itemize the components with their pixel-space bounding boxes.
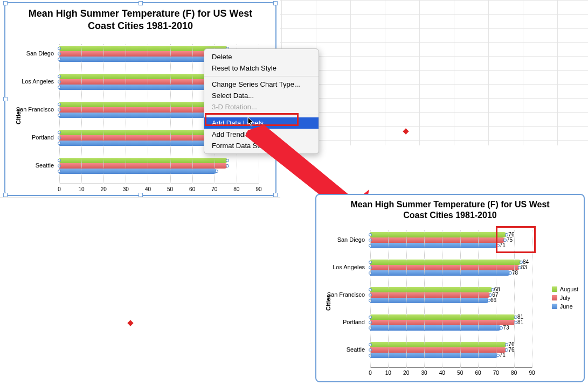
category-label: Seattle	[8, 162, 54, 169]
x-tick: 40	[439, 370, 445, 376]
data-label: 81	[516, 319, 523, 325]
bar-july[interactable]: 81	[370, 320, 516, 325]
data-label: 75	[505, 237, 513, 243]
category-label: San Diego	[8, 50, 54, 57]
menu-item-delete[interactable]: Delete	[204, 51, 319, 62]
legend-item-august[interactable]: August	[552, 286, 578, 292]
menu-item-add-trendline[interactable]: Add Trendline...	[204, 129, 319, 140]
x-tick: 60	[189, 186, 195, 192]
x-axis: 0102030405060708090	[59, 184, 259, 193]
x-tick: 50	[457, 370, 463, 376]
bar-july[interactable]: 83	[370, 265, 520, 270]
x-tick: 10	[385, 370, 391, 376]
category-label: Portland	[8, 134, 54, 141]
category-label: Los Angeles	[8, 78, 54, 85]
x-tick: 0	[369, 370, 372, 376]
bar-june[interactable]	[59, 141, 221, 146]
menu-item-reset-to-match-style[interactable]: Reset to Match Style	[204, 62, 319, 74]
bar-august[interactable]	[59, 46, 227, 51]
category-label: Seattle	[319, 346, 365, 353]
bar-august[interactable]	[59, 158, 227, 163]
category-label: Portland	[319, 319, 365, 325]
data-label: 76	[507, 347, 514, 353]
x-tick: 30	[421, 370, 427, 376]
chart-title: Mean High Summer Temperature (F) for US …	[316, 195, 584, 221]
category-label: Los Angeles	[319, 264, 365, 270]
bar-july[interactable]	[59, 51, 225, 57]
context-menu[interactable]: DeleteReset to Match StyleChange Series …	[204, 48, 319, 154]
bar-august[interactable]: 76	[370, 232, 507, 237]
x-tick: 50	[167, 186, 173, 192]
x-tick: 90	[255, 186, 261, 192]
data-label: 66	[489, 297, 496, 303]
data-label: 73	[501, 325, 509, 331]
bar-june[interactable]	[59, 57, 217, 62]
data-label: 83	[520, 264, 527, 270]
chart-right[interactable]: Mean High Summer Temperature (F) for US …	[315, 194, 585, 382]
data-label: 71	[498, 352, 506, 358]
bar-june[interactable]: 71	[370, 243, 498, 248]
x-tick: 60	[475, 370, 481, 376]
legend-label: June	[560, 303, 573, 310]
legend-label: July	[560, 295, 571, 301]
legend[interactable]: AugustJulyJune	[552, 284, 578, 312]
menu-item-change-series-chart-type[interactable]: Change Series Chart Type...	[204, 79, 319, 90]
bar-august[interactable]: 76	[370, 342, 507, 347]
plot-area[interactable]: San Diego767571Los Angeles848378San Fran…	[370, 227, 532, 365]
bar-june[interactable]: 78	[370, 270, 510, 276]
menu-item-3-d-rotation: 3-D Rotation...	[204, 101, 319, 113]
x-tick: 20	[403, 370, 409, 376]
legend-item-june[interactable]: June	[552, 303, 578, 310]
category-label: San Diego	[319, 236, 365, 243]
bar-june[interactable]	[59, 169, 217, 174]
x-tick: 80	[233, 186, 239, 192]
x-tick: 0	[58, 186, 61, 192]
x-tick: 10	[79, 186, 85, 192]
x-tick: 20	[101, 186, 107, 192]
bar-august[interactable]: 81	[370, 314, 516, 320]
menu-item-add-data-labels[interactable]: Add Data Labels	[204, 117, 319, 129]
chart-title: Mean High Summer Temperature (F) for US …	[5, 3, 275, 32]
bar-june[interactable]: 71	[370, 353, 498, 358]
x-axis: 0102030405060708090	[370, 367, 532, 377]
x-tick: 70	[211, 186, 217, 192]
legend-label: August	[560, 286, 578, 292]
bar-july[interactable]: 76	[370, 347, 507, 353]
legend-item-july[interactable]: July	[552, 295, 578, 301]
x-tick: 30	[123, 186, 129, 192]
menu-item-format-data-series[interactable]: Format Data Series...	[204, 140, 319, 151]
x-tick: 90	[529, 370, 535, 376]
x-tick: 70	[493, 370, 499, 376]
menu-item-select-data[interactable]: Select Data...	[204, 90, 319, 101]
category-label: San Francisco	[8, 106, 54, 113]
x-tick: 40	[145, 186, 151, 192]
x-tick: 80	[511, 370, 517, 376]
category-label: San Francisco	[319, 291, 365, 298]
bar-july[interactable]: 75	[370, 237, 505, 243]
bar-july[interactable]	[59, 163, 227, 169]
bar-august[interactable]: 84	[370, 260, 521, 265]
bar-june[interactable]: 73	[370, 325, 501, 331]
data-label: 71	[498, 242, 506, 248]
